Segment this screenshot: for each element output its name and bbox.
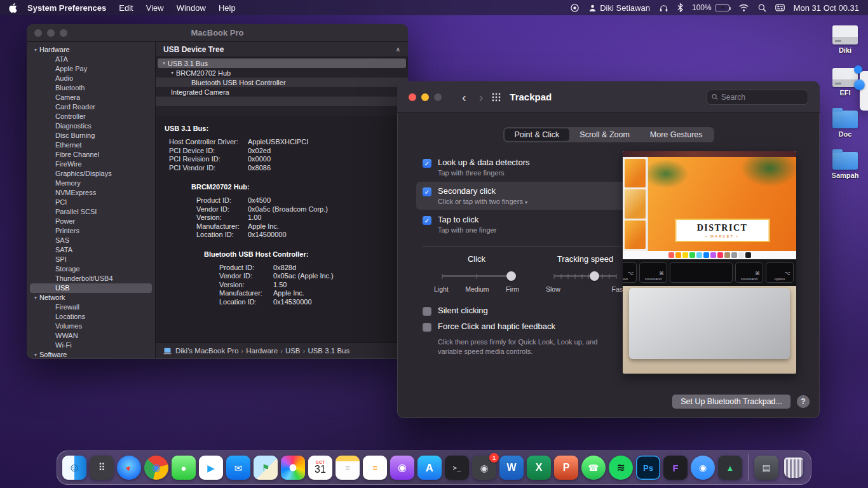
sidebar-item-memory[interactable]: Memory (30, 179, 152, 188)
battery-indicator[interactable]: 100% (692, 3, 729, 12)
usb-device-tree-header[interactable]: USB Device Tree ∧ (156, 42, 408, 57)
dock-figma[interactable]: F (663, 456, 688, 480)
sidebar-item-camera[interactable]: Camera (30, 93, 152, 102)
sidebar-item-storage[interactable]: Storage (30, 264, 152, 274)
dock-powerpoint[interactable]: P (554, 456, 578, 480)
checkbox-tap-to-click[interactable]: ✓ (423, 216, 431, 225)
back-button[interactable]: ‹ (462, 91, 466, 104)
collapse-icon[interactable]: ∧ (396, 46, 400, 53)
sidebar-item-ata[interactable]: ATA (30, 55, 152, 64)
sidebar-item-power[interactable]: Power (30, 217, 152, 226)
checkbox-secondary-click[interactable]: ✓ (423, 187, 431, 196)
sidebar-item-volumes[interactable]: Volumes (30, 322, 152, 331)
dock-photos[interactable] (281, 456, 305, 480)
spotlight-icon[interactable] (758, 4, 766, 12)
headphones-icon[interactable] (659, 4, 668, 12)
dock-spotify[interactable]: ≋ (609, 456, 633, 480)
dock-maps[interactable]: ⚑ (254, 456, 278, 480)
sidebar-item-audio[interactable]: Audio (30, 74, 152, 83)
desktop-icon-sampah[interactable]: Sampah (827, 152, 863, 179)
control-center-icon[interactable] (775, 4, 785, 11)
sidebar-item-controller[interactable]: Controller (30, 112, 152, 121)
breadcrumb-item[interactable]: USB 3.1 Bus (308, 347, 349, 355)
sidebar-item-sata[interactable]: SATA (30, 245, 152, 255)
tree-row-brcm20702-hub[interactable]: ▾BRCM20702 Hub (156, 68, 408, 78)
menu-edit[interactable]: Edit (119, 3, 133, 13)
system-info-titlebar[interactable]: MacBook Pro (27, 24, 408, 42)
option-force-click-and-haptic-feedback[interactable]: Force Click and haptic feedback (423, 322, 623, 332)
desktop-icon-doc[interactable]: Doc (827, 111, 863, 138)
sidebar-item-thunderbolt-usb4[interactable]: Thunderbolt/USB4 (30, 274, 152, 283)
sidebar-item-fibre-channel[interactable]: Fibre Channel (30, 150, 152, 159)
dock-notes[interactable]: ≡ (336, 456, 360, 480)
minimize-button[interactable] (421, 93, 429, 101)
option-sublabel[interactable]: Click or tap with two fingers▾ (438, 198, 527, 205)
dock-podcasts[interactable]: ◉ (390, 456, 414, 480)
option-look-up-data-detectors[interactable]: ✓Look up & data detectorsTap with three … (416, 153, 630, 181)
dock-word[interactable]: W (499, 456, 524, 480)
sidebar-item-printers[interactable]: Printers (30, 226, 152, 236)
menu-view[interactable]: View (146, 3, 164, 13)
checkbox-silent-clicking[interactable] (423, 307, 431, 316)
bluetooth-icon[interactable] (677, 3, 683, 12)
dock-zoom[interactable]: ◉ (691, 456, 715, 480)
dock-excel[interactable]: X (527, 456, 551, 480)
sidebar-item-disc-burning[interactable]: Disc Burning (30, 131, 152, 140)
app-menu-title[interactable]: System Preferences (27, 3, 106, 13)
sidebar-item-usb[interactable]: USB (30, 283, 152, 293)
sidebar-item-spi[interactable]: SPI (30, 255, 152, 264)
dock-app-store[interactable]: A (417, 456, 442, 480)
sidebar-item-pci[interactable]: PCI (30, 198, 152, 207)
tab-more-gestures[interactable]: More Gestures (640, 128, 713, 141)
trackpad-titlebar[interactable]: ‹ › Trackpad (397, 81, 820, 113)
click-slider-thumb[interactable] (506, 271, 516, 281)
dock-play-store[interactable]: ▶ (199, 456, 223, 480)
disclosure-icon[interactable]: ▾ (171, 70, 173, 76)
dock-photoshop[interactable]: Ps (636, 456, 660, 480)
user-menu[interactable]: Diki Setiawan (588, 3, 650, 13)
chevron-down-icon[interactable]: ▾ (525, 200, 527, 205)
dock-launchpad[interactable]: ⠿ (90, 456, 114, 480)
option-secondary-click[interactable]: ✓Secondary clickClick or tap with two fi… (416, 182, 630, 210)
dock-mail[interactable]: ✉ (226, 456, 250, 480)
breadcrumb-item[interactable]: USB (285, 347, 301, 355)
checkbox-force-click-and-haptic-feedback[interactable] (423, 323, 431, 332)
sidebar-item-apple-pay[interactable]: Apple Pay (30, 64, 152, 74)
breadcrumb-item[interactable]: Hardware (246, 347, 278, 355)
sidebar-item-firewire[interactable]: FireWire (30, 159, 152, 169)
dock-messages[interactable]: ● (172, 456, 196, 480)
dock-whatsapp[interactable]: ☎ (581, 456, 606, 480)
tree-row-bluetooth-usb-host-controller[interactable]: Bluetooth USB Host Controller (156, 78, 408, 87)
search-field[interactable] (707, 90, 808, 105)
disclosure-icon[interactable]: ▾ (163, 60, 165, 66)
sidebar-item-locations[interactable]: Locations (30, 312, 152, 322)
checkbox-look-up-data-detectors[interactable]: ✓ (423, 159, 431, 168)
option-silent-clicking[interactable]: Silent clicking (423, 306, 623, 316)
sidebar-item-sas[interactable]: SAS (30, 236, 152, 245)
sidebar-item-bluetooth[interactable]: Bluetooth (30, 83, 152, 93)
menu-help[interactable]: Help (219, 3, 236, 13)
disclosure-icon[interactable]: ▾ (34, 293, 37, 302)
sidebar-item-ethernet[interactable]: Ethernet (30, 140, 152, 150)
dock-external-drive[interactable]: ▤ (754, 456, 778, 480)
dock-chrome[interactable]: ◉ (144, 456, 168, 480)
wifi-icon[interactable] (738, 4, 749, 11)
screen-record-icon[interactable] (570, 3, 580, 13)
menu-window[interactable]: Window (177, 3, 206, 13)
tree-row-usb-3-1-bus[interactable]: ▾USB 3.1 Bus (158, 58, 406, 68)
desktop-icon-diki[interactable]: Diki (827, 25, 863, 54)
dock-android-file-transfer[interactable]: ▲ (718, 456, 742, 480)
sidebar-section-hardware[interactable]: ▾Hardware (27, 45, 155, 55)
breadcrumb-item[interactable]: Diki's MacBook Pro (175, 347, 238, 355)
sidebar-section-network[interactable]: ▾Network (27, 293, 155, 302)
sidebar-item-wi-fi[interactable]: Wi-Fi (30, 341, 152, 350)
show-all-button[interactable] (492, 93, 501, 102)
slider-track[interactable] (554, 275, 616, 277)
sidebar-item-wwan[interactable]: WWAN (30, 331, 152, 341)
sidebar-item-card-reader[interactable]: Card Reader (30, 102, 152, 112)
tracking-speed-slider-thumb[interactable] (590, 271, 599, 281)
sidebar-section-software[interactable]: ▾Software (27, 350, 155, 358)
dock-safari[interactable]: ▲ (117, 456, 141, 480)
close-button[interactable] (409, 93, 416, 101)
option-tap-to-click[interactable]: ✓Tap to clickTap with one finger (416, 210, 630, 238)
